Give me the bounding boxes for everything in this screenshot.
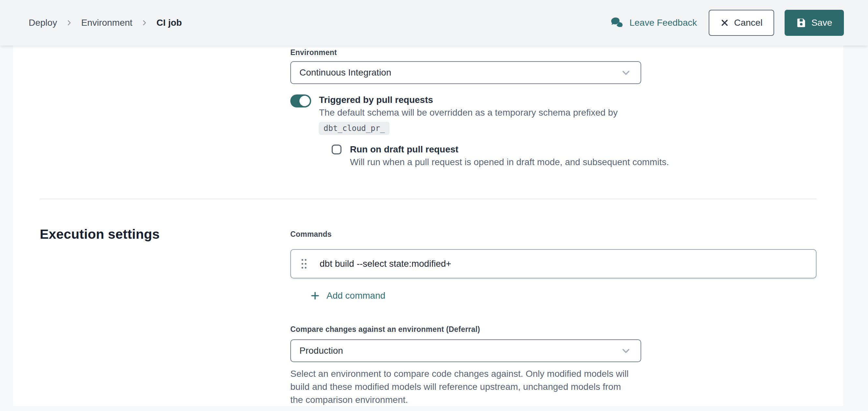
execution-settings-title: Execution settings (40, 227, 160, 242)
breadcrumb: Deploy Environment CI job (29, 18, 182, 28)
chevron-down-icon (621, 346, 631, 356)
draft-checkbox-row: Run on draft pull request Will run when … (332, 143, 669, 169)
draft-pr-checkbox[interactable] (332, 145, 341, 154)
breadcrumb-ci-job: CI job (156, 18, 182, 28)
draft-checkbox-texts: Run on draft pull request Will run when … (350, 143, 669, 169)
trigger-toggle-row: Triggered by pull requests The default s… (290, 94, 618, 135)
leave-feedback-label: Leave Feedback (629, 18, 697, 28)
save-floppy-icon (796, 18, 806, 28)
trigger-toggle-texts: Triggered by pull requests The default s… (319, 94, 618, 135)
cancel-button[interactable]: Cancel (709, 10, 774, 36)
deferral-select[interactable]: Production (290, 339, 641, 362)
commands-label: Commands (290, 230, 332, 239)
plus-icon (310, 291, 320, 301)
toggle-knob (300, 96, 310, 106)
command-row (290, 249, 816, 279)
chevron-right-icon (141, 19, 148, 26)
trigger-toggle-label: Triggered by pull requests (319, 94, 618, 106)
ci-job-settings-page: Deploy Environment CI job Leave Feedback (0, 0, 868, 411)
breadcrumb-deploy[interactable]: Deploy (29, 18, 57, 28)
add-command-label: Add command (327, 290, 385, 301)
chevron-down-icon (621, 68, 631, 77)
section-divider (40, 199, 816, 199)
trigger-toggle-description: The default schema will be overridden as… (319, 106, 618, 119)
save-button[interactable]: Save (784, 10, 844, 36)
environment-select-value: Continuous Integration (300, 67, 391, 78)
environment-label: Environment (290, 48, 337, 57)
environment-select[interactable]: Continuous Integration (290, 61, 641, 84)
draft-checkbox-description: Will run when a pull request is opened i… (350, 156, 669, 169)
drag-handle-icon[interactable] (300, 258, 308, 270)
deferral-select-value: Production (300, 346, 343, 356)
leave-feedback-link[interactable]: Leave Feedback (610, 16, 697, 29)
top-bar: Deploy Environment CI job Leave Feedback (0, 0, 868, 45)
pull-request-toggle[interactable] (290, 94, 311, 107)
schema-prefix-code: dbt_cloud_pr_ (319, 122, 390, 135)
chat-bubbles-icon (610, 16, 624, 29)
deferral-help-text: Select an environment to compare code ch… (290, 367, 636, 406)
add-command-button[interactable]: Add command (310, 290, 385, 301)
close-icon (720, 19, 729, 27)
chevron-right-icon (65, 19, 73, 26)
command-input[interactable] (320, 259, 807, 269)
breadcrumb-environment[interactable]: Environment (81, 18, 132, 28)
deferral-label: Compare changes against an environment (… (290, 325, 480, 334)
draft-checkbox-label: Run on draft pull request (350, 143, 669, 156)
topbar-actions: Leave Feedback Cancel Save (610, 10, 844, 36)
save-label: Save (811, 18, 832, 28)
cancel-label: Cancel (734, 18, 763, 28)
settings-card: Environment Continuous Integration Trigg… (13, 45, 843, 406)
